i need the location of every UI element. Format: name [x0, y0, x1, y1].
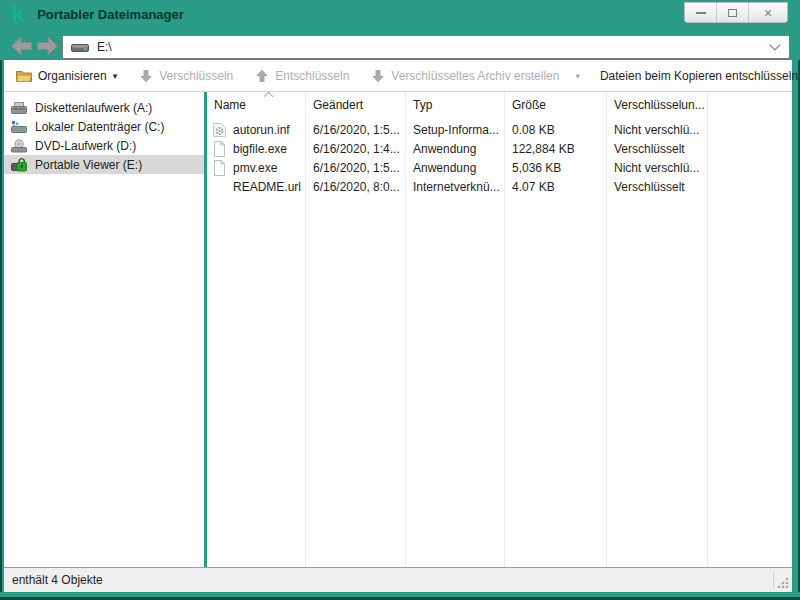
- back-button[interactable]: [10, 36, 33, 56]
- file-size: 0.08 KB: [505, 123, 607, 137]
- list-header: Name Geändert Typ Größe Verschlüsselun..…: [207, 92, 792, 118]
- locked-drive-icon: [10, 157, 28, 172]
- blank-icon: [212, 179, 227, 195]
- file-name: autorun.inf: [233, 123, 290, 137]
- file-modified: 6/16/2020, 8:0...: [306, 180, 406, 194]
- hard-drive-icon: [10, 120, 28, 134]
- column-header-type[interactable]: Typ: [406, 98, 505, 112]
- forward-button[interactable]: [36, 36, 59, 56]
- window-controls: ×: [684, 2, 788, 23]
- maximize-button[interactable]: [717, 3, 749, 22]
- address-bar[interactable]: E:\: [62, 35, 790, 59]
- file-row-bigfile[interactable]: bigfile.exe 6/16/2020, 1:4... Anwendung …: [207, 139, 792, 158]
- decrypt-on-copy-button[interactable]: Dateien beim Kopieren entschlüsseln: [596, 66, 800, 86]
- file-type: Anwendung: [406, 142, 505, 156]
- file-size: 4.07 KB: [505, 180, 607, 194]
- setup-file-icon: [212, 122, 227, 138]
- status-text: enthält 4 Objekte: [12, 573, 103, 587]
- dvd-drive-icon: [10, 139, 28, 153]
- close-icon: ×: [764, 6, 772, 20]
- window-title: Portabler Dateimanager: [37, 7, 184, 22]
- file-size: 122,884 KB: [505, 142, 607, 156]
- address-text: E:\: [97, 40, 112, 54]
- caret-down-icon: ▾: [113, 71, 118, 81]
- arrow-down-icon: [139, 69, 153, 83]
- create-encrypted-archive-button[interactable]: Verschlüsseltes Archiv erstellen ▾: [367, 66, 584, 86]
- file-name: README.url: [233, 180, 301, 194]
- maximize-icon: [728, 9, 737, 17]
- decrypt-button[interactable]: Entschlüsseln: [251, 66, 353, 86]
- drive-sidebar: Diskettenlaufwerk (A:) Lokaler Datenträg…: [4, 92, 204, 567]
- status-bar: enthält 4 Objekte: [4, 568, 792, 592]
- column-header-size[interactable]: Größe: [505, 98, 607, 112]
- organize-button[interactable]: Organisieren ▾: [12, 66, 121, 86]
- file-row-autorun[interactable]: autorun.inf 6/16/2020, 1:5... Setup-Info…: [207, 120, 792, 139]
- status-separator: [773, 571, 774, 589]
- decrypt-on-copy-label: Dateien beim Kopieren entschlüsseln: [600, 69, 798, 83]
- file-size: 5,036 KB: [505, 161, 607, 175]
- file-encryption: Nicht verschlü...: [607, 161, 708, 175]
- minimize-icon: [696, 12, 706, 14]
- organize-label: Organisieren: [38, 69, 107, 83]
- file-type: Setup-Informa...: [406, 123, 505, 137]
- sidebar-item-drive-d[interactable]: DVD-Laufwerk (D:): [4, 136, 204, 155]
- window: k Portabler Dateimanager × E:\: [0, 0, 800, 600]
- resize-grip-icon[interactable]: [777, 577, 789, 589]
- chevron-down-icon[interactable]: [769, 39, 780, 50]
- file-encryption: Nicht verschlü...: [607, 123, 708, 137]
- file-icon: [212, 160, 227, 176]
- file-encryption: Verschlüsselt: [607, 142, 708, 156]
- sidebar-item-label: DVD-Laufwerk (D:): [35, 139, 136, 153]
- file-modified: 6/16/2020, 1:5...: [306, 161, 406, 175]
- column-header-encryption[interactable]: Verschlüsselun...: [607, 98, 708, 112]
- file-encryption: Verschlüsselt: [607, 180, 708, 194]
- sidebar-item-label: Diskettenlaufwerk (A:): [35, 101, 152, 115]
- floppy-drive-icon: [10, 101, 28, 115]
- file-name: bigfile.exe: [233, 142, 287, 156]
- column-header-modified[interactable]: Geändert: [306, 98, 406, 112]
- window-bottom-border: [0, 592, 800, 600]
- decrypt-label: Entschlüsseln: [275, 69, 349, 83]
- navigation-bar: E:\: [0, 28, 800, 60]
- title-bar: k Portabler Dateimanager ×: [0, 0, 800, 28]
- sidebar-item-drive-e[interactable]: Portable Viewer (E:): [4, 155, 204, 174]
- file-modified: 6/16/2020, 1:4...: [306, 142, 406, 156]
- sidebar-item-drive-c[interactable]: Lokaler Datenträger (C:): [4, 117, 204, 136]
- arrow-down-icon: [371, 69, 385, 83]
- drive-icon: [71, 42, 89, 53]
- sidebar-item-label: Lokaler Datenträger (C:): [35, 120, 164, 134]
- file-type: Internetverknü...: [406, 180, 505, 194]
- file-name: pmv.exe: [233, 161, 277, 175]
- arrow-up-icon: [255, 69, 269, 83]
- toolbar: Organisieren ▾ Verschlüsseln Entschlüsse…: [4, 60, 792, 92]
- create-encrypted-archive-label: Verschlüsseltes Archiv erstellen: [391, 69, 559, 83]
- file-icon: [212, 141, 227, 157]
- folder-icon: [16, 69, 32, 82]
- column-header-name[interactable]: Name: [207, 98, 306, 112]
- caret-down-icon[interactable]: ▾: [575, 71, 580, 81]
- file-modified: 6/16/2020, 1:5...: [306, 123, 406, 137]
- minimize-button[interactable]: [685, 3, 717, 22]
- close-button[interactable]: ×: [749, 3, 787, 22]
- file-list: Name Geändert Typ Größe Verschlüsselun..…: [207, 92, 792, 567]
- file-rows: autorun.inf 6/16/2020, 1:5... Setup-Info…: [207, 120, 792, 196]
- file-row-readme[interactable]: README.url 6/16/2020, 8:0... Internetver…: [207, 177, 792, 196]
- kaspersky-logo-icon: k: [12, 4, 23, 24]
- file-type: Anwendung: [406, 161, 505, 175]
- sidebar-item-drive-a[interactable]: Diskettenlaufwerk (A:): [4, 98, 204, 117]
- encrypt-button[interactable]: Verschlüsseln: [135, 66, 237, 86]
- sidebar-item-label: Portable Viewer (E:): [35, 158, 142, 172]
- file-row-pmv[interactable]: pmv.exe 6/16/2020, 1:5... Anwendung 5,03…: [207, 158, 792, 177]
- encrypt-label: Verschlüsseln: [159, 69, 233, 83]
